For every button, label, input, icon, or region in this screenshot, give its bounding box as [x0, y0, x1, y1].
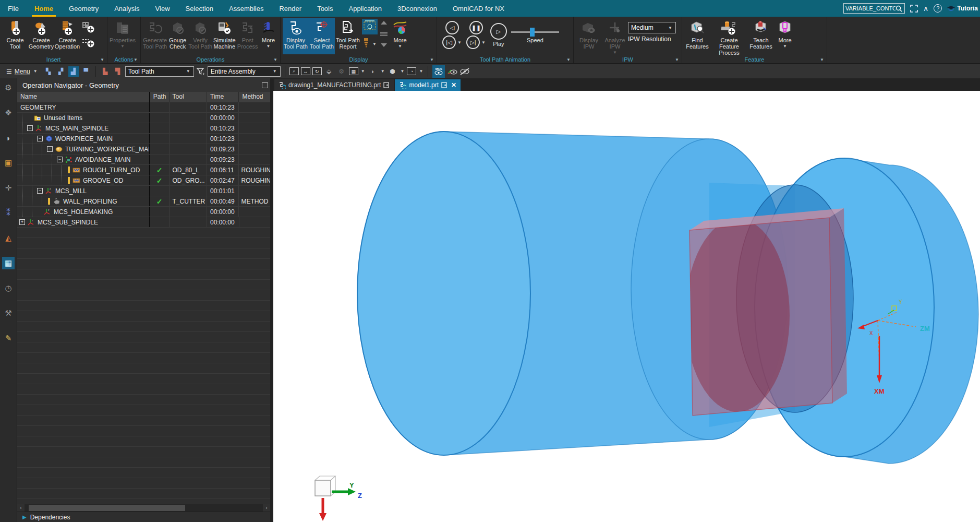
- go-to-end-caret[interactable]: ▼: [481, 40, 486, 45]
- close-tab-icon[interactable]: ✕: [451, 81, 456, 89]
- tree-row-wall-profiling[interactable]: WALL_PROFILING ✓ T_CUTTER 00:00:49 METHO…: [17, 196, 270, 207]
- layer-down-icon[interactable]: [380, 40, 388, 48]
- menu-geometry[interactable]: Geometry: [61, 0, 106, 17]
- turning-insert-icon[interactable]: ◗: [2, 132, 15, 144]
- tree-row-groove-od[interactable]: GROOVE_OD ✓ OD_GRO... 00:02:47 ROUGHIN: [17, 175, 270, 186]
- tree-row-unused-items[interactable]: Unused Items 00:00:00: [17, 113, 270, 123]
- grid-window-icon[interactable]: ▦: [349, 67, 358, 75]
- group-caption-insert-arrow[interactable]: ▼: [100, 57, 104, 62]
- notes-icon[interactable]: ✎: [2, 332, 15, 345]
- collapse-toggle[interactable]: −: [27, 125, 33, 131]
- menu-assemblies[interactable]: Assemblies: [221, 0, 271, 17]
- gouge-check-button[interactable]: Gouge Check: [167, 18, 188, 54]
- post-process-button[interactable]: Post Process: [236, 18, 259, 54]
- snap-point-icon[interactable]: ▙: [100, 66, 111, 77]
- group-caption-display-arrow[interactable]: ▼: [430, 57, 434, 62]
- analyze-ipw-button[interactable]: Analyze IPW ▼: [602, 18, 628, 55]
- tree-row-avoidance-main[interactable]: − AVOIDANCE_MAIN 00:09:23: [17, 155, 270, 165]
- command-search[interactable]: [843, 3, 905, 14]
- section-clip-caret[interactable]: ▼: [380, 69, 385, 74]
- display-ipw-button[interactable]: Display IPW: [576, 18, 602, 54]
- window-refresh-icon[interactable]: ↻: [312, 67, 322, 75]
- scrollbar-thumb[interactable]: [29, 505, 185, 511]
- column-header-time[interactable]: Time: [207, 92, 239, 102]
- display-more-button[interactable]: More ▼: [389, 18, 411, 54]
- history-icon[interactable]: ◷: [2, 282, 15, 294]
- create-operation-button[interactable]: Create Operation: [54, 18, 80, 54]
- menu-omnicad[interactable]: OmniCAD for NX: [445, 0, 512, 17]
- window-fit-icon[interactable]: ↔: [301, 67, 310, 75]
- column-header-name[interactable]: Name: [17, 92, 150, 102]
- tab-drawing1-manufacturing[interactable]: drawing1_MANUFACTURING.prt: [274, 79, 394, 91]
- layer-up-icon[interactable]: [380, 20, 388, 28]
- group-caption-ipw-arrow[interactable]: ▼: [675, 57, 679, 62]
- display-tool-path-button[interactable]: Display Tool Path: [283, 18, 309, 54]
- operation-navigator-icon[interactable]: ✛: [2, 182, 15, 194]
- create-geometry-button[interactable]: Create Geometry: [28, 18, 54, 54]
- verify-tool-path-button[interactable]: Verify Tool Path: [188, 18, 212, 54]
- window-find-icon[interactable]: ⌕: [289, 67, 299, 75]
- menu-analysis[interactable]: Analysis: [106, 0, 147, 17]
- minimize-ribbon-icon[interactable]: ∧: [923, 4, 928, 13]
- filter-icon[interactable]: [196, 67, 205, 76]
- menu-tools[interactable]: Tools: [309, 0, 341, 17]
- tab-model1[interactable]: model1.prt ✕: [395, 79, 461, 91]
- menu-selection[interactable]: Selection: [178, 0, 221, 17]
- assembly-navigator-icon[interactable]: ⚙: [2, 81, 15, 94]
- column-header-method[interactable]: Method: [239, 92, 270, 102]
- play-button[interactable]: ▷: [490, 23, 507, 40]
- shaded-cube-icon[interactable]: ⬙: [324, 66, 334, 77]
- scope-filter-select[interactable]: Entire Assembly ▼: [208, 66, 281, 77]
- panel-restore-icon[interactable]: [262, 82, 268, 88]
- go-to-end-button[interactable]: ▷|: [466, 35, 480, 49]
- menu-home[interactable]: Home: [27, 0, 61, 17]
- machine-tool-navigator-icon[interactable]: ⁑: [2, 207, 15, 219]
- collapse-toggle[interactable]: −: [47, 146, 53, 152]
- render-style-caret[interactable]: ▼: [400, 69, 405, 74]
- group-caption-animation-arrow[interactable]: ▼: [566, 57, 571, 62]
- gears-icon[interactable]: ⚙: [336, 66, 347, 77]
- tree-row-mcs-sub-spindle[interactable]: + z MCS_SUB_SPINDLE 00:00:00: [17, 217, 270, 228]
- grid-window-caret[interactable]: ▼: [360, 69, 366, 74]
- menu-dropdown[interactable]: ☰ Menu ▼: [3, 68, 41, 75]
- collapse-toggle[interactable]: −: [57, 157, 63, 162]
- step-back-button[interactable]: ◁: [445, 21, 459, 34]
- measure-toolpath-icon[interactable]: [362, 19, 378, 34]
- menu-render[interactable]: Render: [271, 0, 309, 17]
- detach-window-icon[interactable]: [441, 82, 447, 88]
- scroll-left-arrow[interactable]: ‹: [17, 504, 25, 512]
- find-features-button[interactable]: Find Features: [684, 18, 710, 54]
- hide-eye-icon[interactable]: [459, 68, 470, 75]
- group-caption-actions-arrow[interactable]: ▼: [134, 57, 138, 62]
- process-assistant-icon[interactable]: ◭: [2, 232, 15, 244]
- snap-end-icon[interactable]: ▜: [113, 66, 123, 77]
- command-search-input[interactable]: [845, 5, 896, 11]
- group-caption-feature-arrow[interactable]: ▼: [820, 57, 824, 62]
- show-eye-icon[interactable]: [447, 68, 457, 75]
- go-to-start-caret[interactable]: ▼: [457, 40, 462, 45]
- pause-button[interactable]: ❚❚: [469, 21, 483, 34]
- type-filter-select[interactable]: Tool Path ▼: [125, 66, 194, 77]
- go-to-start-button[interactable]: |◁: [442, 35, 456, 49]
- menu-application[interactable]: Application: [341, 0, 390, 17]
- column-header-tool[interactable]: Tool: [170, 92, 207, 102]
- select-highest-icon[interactable]: ▚: [43, 66, 54, 77]
- properties-button[interactable]: Properties ▼: [110, 18, 136, 54]
- tools-palette-icon[interactable]: ⚒: [2, 307, 15, 319]
- collapse-toggle[interactable]: −: [37, 136, 43, 141]
- ipw-resolution-select[interactable]: Medium ▼: [628, 22, 676, 33]
- menu-view[interactable]: View: [148, 0, 178, 17]
- detach-window-icon[interactable]: [383, 82, 390, 88]
- view-dialog-icon[interactable]: ◔: [407, 67, 416, 75]
- feature-more-button[interactable]: More ▼: [774, 18, 796, 54]
- insert-extra-top-icon[interactable]: [81, 21, 95, 33]
- speed-slider[interactable]: Speed: [511, 27, 559, 43]
- menu-3dconnexion[interactable]: 3Dconnexion: [390, 0, 445, 17]
- tree-row-workpiece-main[interactable]: − WORKPIECE_MAIN 00:10:23: [17, 134, 270, 144]
- layers-icon[interactable]: [380, 31, 388, 37]
- select-feature-icon[interactable]: ▞: [56, 66, 66, 77]
- tree-row-mcs-main-spindle[interactable]: − z MCS_MAIN_SPINDLE 00:10:23: [17, 123, 270, 134]
- create-tool-button[interactable]: Create Tool: [2, 18, 28, 54]
- group-caption-operations-arrow[interactable]: ▼: [273, 57, 277, 62]
- select-edge-icon[interactable]: ▀: [81, 66, 91, 77]
